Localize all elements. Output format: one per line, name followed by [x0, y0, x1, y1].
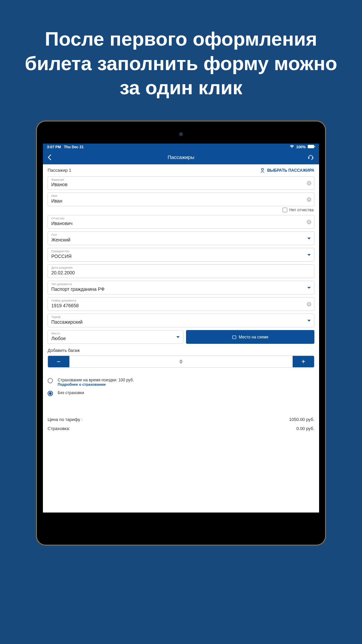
tariff-label: Тариф — [51, 315, 311, 319]
status-date: Thu Dec 21 — [64, 145, 84, 149]
insurance-price-value: 0.00 руб. — [296, 426, 314, 431]
birthdate-label: Дата рождения — [51, 266, 311, 270]
screen: 3:07 PM Thu Dec 21 100% Пассажиры — [43, 144, 319, 513]
radio-unchecked[interactable] — [48, 378, 53, 383]
status-bar: 3:07 PM Thu Dec 21 100% — [43, 144, 319, 150]
radio-checked[interactable] — [48, 391, 53, 396]
select-passenger-button[interactable]: ВЫБРАТЬ ПАССАЖИРА — [260, 168, 314, 173]
doctype-value: Паспорт гражданина РФ — [51, 286, 311, 292]
status-time: 3:07 PM — [47, 145, 61, 149]
form: Фамилия Иванов ✕ Имя Иван ✕ Нет отчества… — [43, 176, 319, 433]
surname-label: Фамилия — [51, 178, 311, 182]
citizenship-value: РОССИЯ — [51, 253, 311, 259]
insurance-with-label: Страхование на время поездки: 100 руб. — [58, 378, 134, 382]
chevron-down-icon — [176, 336, 180, 338]
navbar-title: Пассажиры — [168, 154, 194, 160]
insurance-with-option[interactable]: Страхование на время поездки: 100 руб. П… — [48, 376, 314, 388]
no-patronymic-row[interactable]: Нет отчества — [48, 208, 314, 212]
chevron-down-icon — [307, 254, 311, 256]
surname-value: Иванов — [51, 181, 311, 187]
luggage-label: Добавить багаж — [48, 348, 314, 353]
birthdate-value: 20.02.2000 — [51, 270, 311, 276]
name-field[interactable]: Имя Иван ✕ — [48, 193, 314, 206]
tariff-value: Пассажирский — [51, 319, 311, 325]
passenger-label: Пассажир 1 — [48, 168, 71, 173]
seat-field[interactable]: Место Любое — [48, 330, 183, 344]
clear-icon[interactable]: ✕ — [307, 302, 311, 307]
docnum-field[interactable]: Номер документа 1919 476658 ✕ — [48, 297, 314, 311]
person-icon — [260, 168, 265, 173]
insurance-without-label: Без страховки — [58, 390, 84, 395]
insurance-price-row: Страховка: 0.00 руб. — [48, 424, 314, 433]
stepper-value: 0 — [69, 356, 293, 367]
citizenship-label: Гражданство — [51, 250, 311, 253]
battery-percent: 100% — [296, 145, 306, 149]
price-block: Цена по тарифу : 1050.00 руб. Страховка:… — [48, 415, 314, 433]
section-header: Пассажир 1 ВЫБРАТЬ ПАССАЖИРА — [43, 164, 319, 176]
chevron-down-icon — [307, 237, 311, 239]
tariff-price-row: Цена по тарифу : 1050.00 руб. — [48, 415, 314, 424]
docnum-label: Номер документа — [51, 299, 311, 303]
seat-label: Место — [51, 332, 180, 335]
docnum-value: 1919 476658 — [51, 303, 311, 309]
chevron-down-icon — [307, 287, 311, 288]
chevron-down-icon — [307, 320, 311, 321]
insurance-price-label: Страховка: — [48, 426, 70, 431]
svg-point-2 — [261, 168, 263, 170]
birthdate-field[interactable]: Дата рождения 20.02.2000 — [48, 264, 314, 278]
insurance-without-option[interactable]: Без страховки — [48, 388, 314, 398]
promo-headline: После первого оформления билета заполнит… — [0, 0, 362, 120]
navbar: Пассажиры — [43, 150, 319, 164]
patronymic-label: Отчество — [51, 217, 311, 220]
status-left: 3:07 PM Thu Dec 21 — [47, 145, 83, 149]
seat-row: Место Любое Место на схеме — [48, 330, 314, 344]
clear-icon[interactable]: ✕ — [307, 220, 311, 224]
insurance-with-content: Страхование на время поездки: 100 руб. П… — [58, 378, 134, 386]
tariff-price-label: Цена по тарифу : — [48, 417, 83, 422]
seat-scheme-button[interactable]: Место на схеме — [186, 330, 314, 344]
no-patronymic-label: Нет отчества — [289, 208, 314, 212]
select-passenger-label: ВЫБРАТЬ ПАССАЖИРА — [267, 168, 314, 173]
seat-button-label: Место на схеме — [239, 335, 268, 339]
svg-rect-0 — [308, 145, 314, 148]
patronymic-field[interactable]: Отчество Иванович ✕ — [48, 215, 314, 229]
insurance-info-link[interactable]: Подробнее о страховании — [58, 382, 134, 386]
patronymic-value: Иванович — [51, 220, 311, 226]
tariff-price-value: 1050.00 руб. — [289, 417, 314, 422]
svg-rect-1 — [314, 146, 315, 147]
gender-field[interactable]: Пол Женский — [48, 231, 314, 245]
back-button[interactable] — [48, 154, 54, 161]
seat-icon — [232, 335, 237, 339]
stepper-plus-button[interactable]: + — [293, 356, 314, 367]
seat-value: Любое — [51, 335, 180, 341]
name-value: Иван — [51, 198, 311, 204]
battery-icon — [308, 145, 315, 149]
surname-field[interactable]: Фамилия Иванов ✕ — [48, 176, 314, 190]
citizenship-field[interactable]: Гражданство РОССИЯ — [48, 248, 314, 262]
doctype-field[interactable]: Тип документа Паспорт гражданина РФ — [48, 281, 314, 294]
tablet-camera — [179, 132, 183, 137]
svg-rect-3 — [233, 336, 236, 339]
gender-label: Пол — [51, 233, 311, 237]
support-icon[interactable] — [308, 154, 314, 161]
clear-icon[interactable]: ✕ — [307, 197, 311, 202]
wifi-icon — [290, 145, 294, 149]
gender-value: Женский — [51, 237, 311, 243]
tablet-frame: 3:07 PM Thu Dec 21 100% Пассажиры — [36, 120, 326, 546]
tariff-field[interactable]: Тариф Пассажирский — [48, 314, 314, 327]
stepper-minus-button[interactable]: − — [48, 356, 69, 367]
clear-icon[interactable]: ✕ — [307, 181, 311, 185]
doctype-label: Тип документа — [51, 282, 311, 286]
name-label: Имя — [51, 194, 311, 198]
status-right: 100% — [290, 145, 315, 149]
luggage-stepper: − 0 + — [48, 356, 314, 368]
no-patronymic-checkbox[interactable] — [283, 208, 287, 212]
